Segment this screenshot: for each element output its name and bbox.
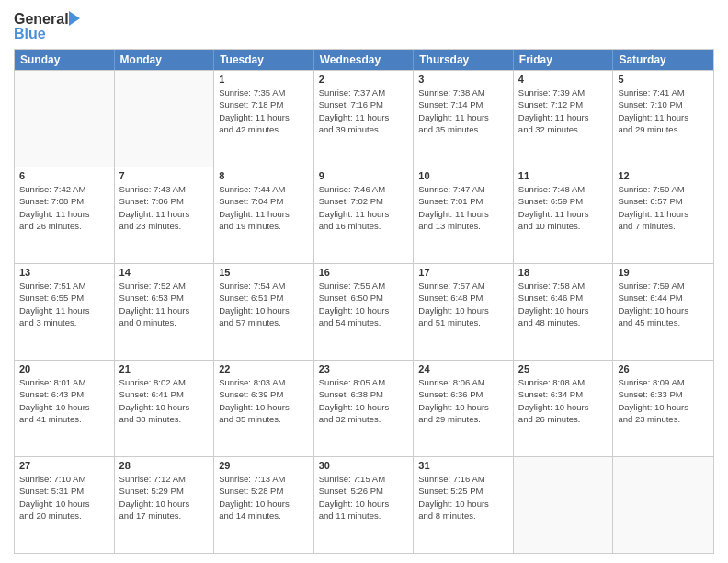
cell-line: and 19 minutes. (219, 220, 309, 232)
cell-line: and 35 minutes. (418, 123, 508, 135)
cell-line: and 42 minutes. (219, 123, 309, 135)
day-number: 1 (219, 74, 309, 85)
cell-line: Sunrise: 8:03 AM (219, 376, 309, 388)
day-number: 4 (518, 74, 609, 85)
cal-cell-7: 7Sunrise: 7:43 AMSunset: 7:06 PMDaylight… (115, 167, 215, 263)
cell-line: Sunrise: 7:42 AM (19, 183, 109, 195)
cell-line: Sunset: 6:33 PM (618, 388, 709, 400)
cell-line: Sunset: 6:53 PM (119, 292, 210, 304)
day-number: 16 (319, 267, 409, 278)
cal-cell-8: 8Sunrise: 7:44 AMSunset: 7:04 PMDaylight… (214, 167, 314, 263)
cell-line: Daylight: 11 hours (19, 304, 109, 316)
cal-cell-24: 24Sunrise: 8:06 AMSunset: 6:36 PMDayligh… (414, 361, 514, 456)
cell-line: Daylight: 10 hours (219, 401, 309, 413)
cell-line: and 17 minutes. (119, 510, 210, 522)
cell-line: Sunset: 6:44 PM (618, 292, 709, 304)
cell-line: Sunset: 5:29 PM (119, 485, 210, 497)
day-number: 11 (518, 170, 609, 181)
calendar-body: 1Sunrise: 7:35 AMSunset: 7:18 PMDaylight… (15, 70, 713, 553)
day-number: 15 (219, 267, 309, 278)
cell-line: and 20 minutes. (19, 510, 109, 522)
cal-cell-16: 16Sunrise: 7:55 AMSunset: 6:50 PMDayligh… (314, 264, 415, 360)
cal-header-wednesday: Wednesday (314, 50, 415, 70)
cell-line: Daylight: 11 hours (618, 208, 709, 220)
cell-line: Sunset: 7:18 PM (219, 98, 309, 110)
cell-line: Sunrise: 7:10 AM (19, 473, 109, 485)
cal-header-thursday: Thursday (414, 50, 514, 70)
cal-week-3: 13Sunrise: 7:51 AMSunset: 6:55 PMDayligh… (15, 263, 713, 360)
cell-line: Daylight: 10 hours (618, 401, 709, 413)
cal-header-sunday: Sunday (15, 50, 115, 70)
cal-header-friday: Friday (514, 50, 614, 70)
day-number: 3 (418, 74, 508, 85)
cell-line: and 13 minutes. (418, 220, 508, 232)
cal-cell-3: 3Sunrise: 7:38 AMSunset: 7:14 PMDaylight… (414, 71, 514, 167)
day-number: 7 (119, 170, 210, 181)
cal-cell-28: 28Sunrise: 7:12 AMSunset: 5:29 PMDayligh… (115, 457, 215, 553)
cell-line: Sunrise: 8:05 AM (319, 376, 409, 388)
cell-line: Daylight: 11 hours (119, 304, 210, 316)
day-number: 8 (219, 170, 309, 181)
cal-cell-27: 27Sunrise: 7:10 AMSunset: 5:31 PMDayligh… (15, 457, 115, 553)
cell-line: Sunset: 7:10 PM (618, 98, 709, 110)
cell-line: Daylight: 10 hours (418, 304, 508, 316)
cell-line: and 45 minutes. (618, 316, 709, 328)
cell-line: Daylight: 10 hours (518, 401, 609, 413)
cell-line: Sunset: 5:31 PM (19, 485, 109, 497)
cal-cell-10: 10Sunrise: 7:47 AMSunset: 7:01 PMDayligh… (414, 167, 514, 263)
cell-line: and 29 minutes. (418, 413, 508, 425)
cell-line: Daylight: 11 hours (319, 111, 409, 123)
cell-line: Sunrise: 7:54 AM (219, 280, 309, 292)
day-number: 2 (319, 74, 409, 85)
cal-cell-20: 20Sunrise: 8:01 AMSunset: 6:43 PMDayligh… (15, 361, 115, 456)
cell-line: Sunrise: 7:48 AM (518, 183, 609, 195)
cell-line: Daylight: 10 hours (219, 304, 309, 316)
day-number: 20 (19, 363, 109, 374)
day-number: 29 (219, 460, 309, 471)
cell-line: and 29 minutes. (618, 123, 709, 135)
cell-line: Sunset: 7:12 PM (518, 98, 609, 110)
cell-line: Sunrise: 7:58 AM (518, 280, 609, 292)
cell-line: and 14 minutes. (219, 510, 309, 522)
day-number: 10 (418, 170, 508, 181)
calendar-header-row: SundayMondayTuesdayWednesdayThursdayFrid… (15, 50, 713, 70)
cell-line: Daylight: 10 hours (319, 401, 409, 413)
cell-line: Daylight: 11 hours (219, 208, 309, 220)
cell-line: Sunrise: 7:38 AM (418, 86, 508, 98)
cal-cell-23: 23Sunrise: 8:05 AMSunset: 6:38 PMDayligh… (314, 361, 415, 456)
day-number: 27 (19, 460, 109, 471)
cell-line: and 41 minutes. (19, 413, 109, 425)
cal-cell-30: 30Sunrise: 7:15 AMSunset: 5:26 PMDayligh… (314, 457, 415, 553)
cal-cell-17: 17Sunrise: 7:57 AMSunset: 6:48 PMDayligh… (414, 264, 514, 360)
day-number: 21 (119, 363, 210, 374)
cell-line: Sunset: 7:04 PM (219, 195, 309, 207)
day-number: 6 (19, 170, 109, 181)
cell-line: Sunrise: 7:43 AM (119, 183, 210, 195)
cal-cell-2: 2Sunrise: 7:37 AMSunset: 7:16 PMDaylight… (314, 71, 415, 167)
day-number: 13 (19, 267, 109, 278)
cal-cell-21: 21Sunrise: 8:02 AMSunset: 6:41 PMDayligh… (115, 361, 215, 456)
svg-text:Blue: Blue (14, 26, 46, 41)
cell-line: Daylight: 11 hours (518, 208, 609, 220)
cell-line: Daylight: 10 hours (219, 498, 309, 510)
cell-line: Sunset: 5:28 PM (219, 485, 309, 497)
cal-week-5: 27Sunrise: 7:10 AMSunset: 5:31 PMDayligh… (15, 456, 713, 553)
cell-line: Daylight: 11 hours (319, 208, 409, 220)
cal-cell-29: 29Sunrise: 7:13 AMSunset: 5:28 PMDayligh… (214, 457, 314, 553)
cal-cell-22: 22Sunrise: 8:03 AMSunset: 6:39 PMDayligh… (214, 361, 314, 456)
day-number: 25 (518, 363, 609, 374)
cell-line: Daylight: 11 hours (418, 208, 508, 220)
cell-line: Sunset: 6:38 PM (319, 388, 409, 400)
day-number: 24 (418, 363, 508, 374)
cell-line: and 23 minutes. (119, 220, 210, 232)
cell-line: Sunrise: 8:02 AM (119, 376, 210, 388)
cell-line: and 0 minutes. (119, 316, 210, 328)
cell-line: Sunrise: 7:52 AM (119, 280, 210, 292)
cell-line: Sunrise: 7:50 AM (618, 183, 709, 195)
cal-cell-13: 13Sunrise: 7:51 AMSunset: 6:55 PMDayligh… (15, 264, 115, 360)
cell-line: Sunset: 6:57 PM (618, 195, 709, 207)
cell-line: Sunset: 6:59 PM (518, 195, 609, 207)
cell-line: and 32 minutes. (319, 413, 409, 425)
cell-line: Sunrise: 7:15 AM (319, 473, 409, 485)
svg-text:General: General (14, 11, 69, 27)
